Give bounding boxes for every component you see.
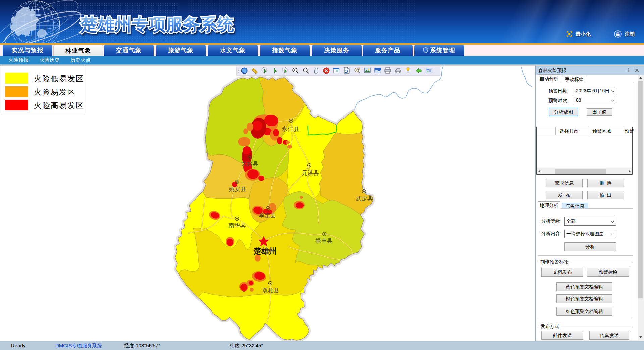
svg-text:南华县: 南华县 bbox=[229, 222, 246, 229]
svg-text:武定县: 武定县 bbox=[356, 196, 373, 202]
svg-text:大姚县: 大姚县 bbox=[241, 161, 258, 167]
svg-text:楚雄州: 楚雄州 bbox=[253, 247, 277, 255]
svg-text:双柏县: 双柏县 bbox=[262, 287, 279, 294]
svg-text:牟定县: 牟定县 bbox=[259, 212, 276, 219]
svg-text:?: ? bbox=[356, 68, 358, 72]
svg-text:禄丰县: 禄丰县 bbox=[315, 238, 333, 244]
svg-text:永仁县: 永仁县 bbox=[282, 126, 299, 132]
svg-text:元谋县: 元谋县 bbox=[302, 170, 319, 176]
svg-text:姚安县: 姚安县 bbox=[229, 186, 246, 192]
svg-text:楚雄州专项服务系统: 楚雄州专项服务系统 bbox=[80, 15, 234, 34]
